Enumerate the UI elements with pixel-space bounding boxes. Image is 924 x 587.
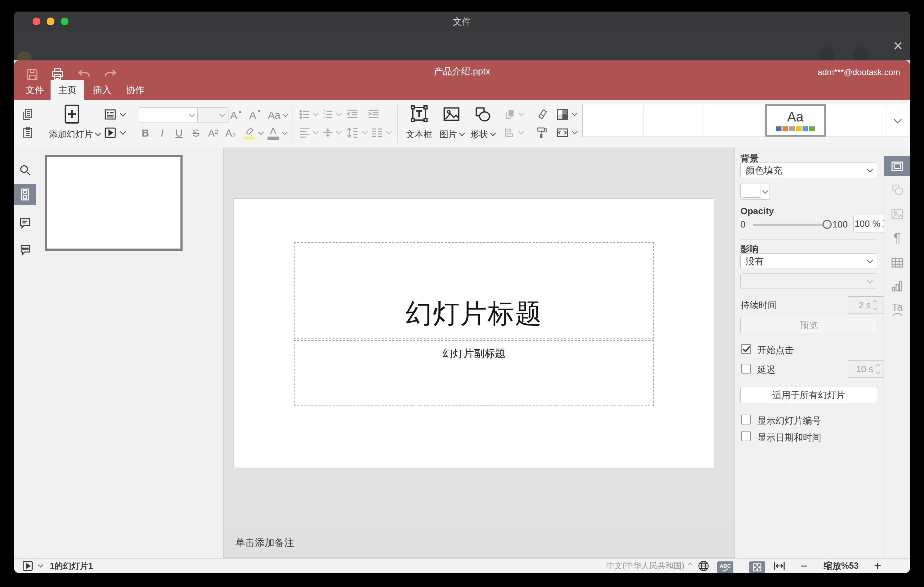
font-name-select[interactable] xyxy=(138,107,199,123)
show-slide-number-checkbox[interactable] xyxy=(741,415,751,424)
clear-style-button[interactable] xyxy=(534,107,550,122)
notes-area[interactable]: 单击添加备注 xyxy=(224,528,734,558)
insert-shape-label[interactable]: 形状 xyxy=(468,127,498,141)
columns-dropdown[interactable] xyxy=(386,129,392,135)
horizontal-align-dropdown[interactable] xyxy=(312,129,319,135)
strikeout-button[interactable]: S xyxy=(188,126,204,140)
background-fill-select[interactable]: 颜色填充 xyxy=(741,163,877,178)
paragraph-settings-tab[interactable]: ¶ xyxy=(884,228,910,248)
start-slideshow-status-button[interactable] xyxy=(22,559,43,573)
theme-option[interactable] xyxy=(644,104,704,137)
title-placeholder[interactable]: 幻灯片标题 xyxy=(294,242,654,339)
increment-font-button[interactable]: A▲ xyxy=(228,107,245,123)
table-settings-tab[interactable] xyxy=(884,253,910,272)
highlight-color-button[interactable] xyxy=(241,126,257,140)
set-language-button[interactable] xyxy=(697,559,710,573)
image-settings-tab[interactable] xyxy=(884,204,910,224)
line-spacing-dropdown[interactable] xyxy=(361,129,368,135)
bullets-button[interactable] xyxy=(297,107,312,122)
start-on-click-checkbox[interactable] xyxy=(741,344,751,354)
underline-button[interactable]: U xyxy=(171,126,187,140)
columns-button[interactable] xyxy=(369,125,386,140)
comments-panel-button[interactable] xyxy=(14,213,36,234)
tab-file[interactable]: 文件 xyxy=(19,80,51,100)
font-size-select[interactable] xyxy=(197,107,229,123)
numbering-button[interactable] xyxy=(320,107,336,122)
theme-gallery-expand[interactable] xyxy=(886,104,909,137)
insert-shape-button[interactable] xyxy=(468,102,497,126)
subtitle-placeholder[interactable]: 幻灯片副标题 xyxy=(294,340,654,406)
slide-size-button[interactable] xyxy=(555,125,570,140)
opacity-slider-track[interactable] xyxy=(753,224,827,226)
slide-layout-dropdown[interactable] xyxy=(119,111,126,118)
search-panel-button[interactable] xyxy=(14,159,36,180)
bullets-dropdown[interactable] xyxy=(312,111,319,117)
zoom-in-button[interactable]: + xyxy=(870,559,885,573)
theme-option[interactable] xyxy=(704,104,765,137)
change-case-button[interactable]: Aa xyxy=(266,107,290,123)
arrange-shape-button[interactable] xyxy=(502,107,518,122)
decrement-font-button[interactable]: A▼ xyxy=(246,107,264,123)
zoom-out-button[interactable]: − xyxy=(796,559,812,573)
slide-settings-tab[interactable] xyxy=(884,156,910,176)
delay-spinner[interactable]: 10 s xyxy=(848,360,888,378)
add-slide-button[interactable] xyxy=(56,102,88,126)
bold-button[interactable]: B xyxy=(138,126,153,140)
align-shapes-dropdown[interactable] xyxy=(518,129,525,135)
duration-spinner[interactable]: 2 s xyxy=(848,296,888,314)
align-shape-button[interactable] xyxy=(502,125,518,140)
apply-to-all-slides-button[interactable]: 适用于所有幻灯片 xyxy=(741,387,877,403)
copy-style-button[interactable] xyxy=(534,125,550,140)
effect-select[interactable]: 没有 xyxy=(741,254,877,269)
fit-width-button[interactable] xyxy=(773,559,786,573)
opacity-spinner[interactable]: 100 % xyxy=(853,215,888,232)
language-selector[interactable]: 中文(中华人民共和国) xyxy=(606,559,692,573)
slide-layout-button[interactable] xyxy=(102,107,118,122)
insert-textbox-button[interactable] xyxy=(404,102,434,126)
decrease-indent-button[interactable] xyxy=(344,107,361,122)
horizontal-align-button[interactable] xyxy=(297,125,312,140)
background-color-picker[interactable] xyxy=(741,184,770,200)
arrange-dropdown[interactable] xyxy=(518,111,525,117)
fit-slide-button[interactable] xyxy=(749,560,765,573)
numbering-dropdown[interactable] xyxy=(336,111,342,117)
font-color-button[interactable]: A xyxy=(266,126,281,140)
show-date-checkbox[interactable] xyxy=(741,432,751,441)
slide-thumbnail[interactable] xyxy=(45,155,183,251)
superscript-button[interactable]: A² xyxy=(205,126,221,140)
textart-settings-tab[interactable]: Ta xyxy=(884,299,910,319)
start-slideshow-button[interactable] xyxy=(102,125,118,140)
fill-color-dropdown[interactable] xyxy=(571,111,578,117)
slides-panel-button[interactable] xyxy=(14,184,36,205)
zoom-level[interactable]: 缩放%53 xyxy=(820,559,862,573)
vertical-align-dropdown[interactable] xyxy=(336,129,342,135)
spinner-arrows-icon[interactable] xyxy=(876,364,880,374)
shape-settings-tab[interactable] xyxy=(884,180,910,200)
opacity-slider-knob[interactable] xyxy=(823,220,832,229)
slideshow-dropdown[interactable] xyxy=(119,129,126,136)
fill-color-button[interactable] xyxy=(555,107,570,122)
spinner-arrows-icon[interactable] xyxy=(873,300,877,310)
font-color-dropdown[interactable] xyxy=(282,130,288,136)
chat-panel-button[interactable] xyxy=(14,239,36,261)
effect-type-select[interactable] xyxy=(741,274,877,289)
theme-option[interactable] xyxy=(583,104,644,137)
tab-home[interactable]: 主页 xyxy=(51,80,84,100)
insert-image-button[interactable] xyxy=(437,102,466,126)
italic-button[interactable]: I xyxy=(155,126,170,140)
increase-indent-button[interactable] xyxy=(365,107,382,122)
copy-button[interactable] xyxy=(20,107,36,122)
close-icon[interactable]: × xyxy=(888,35,909,57)
add-slide-label[interactable]: 添加幻灯片 xyxy=(46,127,102,141)
line-spacing-button[interactable] xyxy=(344,125,361,140)
vertical-align-button[interactable] xyxy=(320,125,336,140)
slide-size-dropdown[interactable] xyxy=(571,129,578,135)
insert-textbox-label[interactable]: 文本框 xyxy=(402,127,437,141)
account-email[interactable]: adm***@dootask.com xyxy=(818,68,900,77)
theme-option[interactable] xyxy=(826,104,886,137)
delay-checkbox[interactable] xyxy=(741,364,751,374)
tab-collaboration[interactable]: 协作 xyxy=(119,80,151,100)
highlight-dropdown[interactable] xyxy=(258,130,264,136)
insert-image-label[interactable]: 图片 xyxy=(437,127,467,141)
tab-insert[interactable]: 插入 xyxy=(86,80,118,100)
